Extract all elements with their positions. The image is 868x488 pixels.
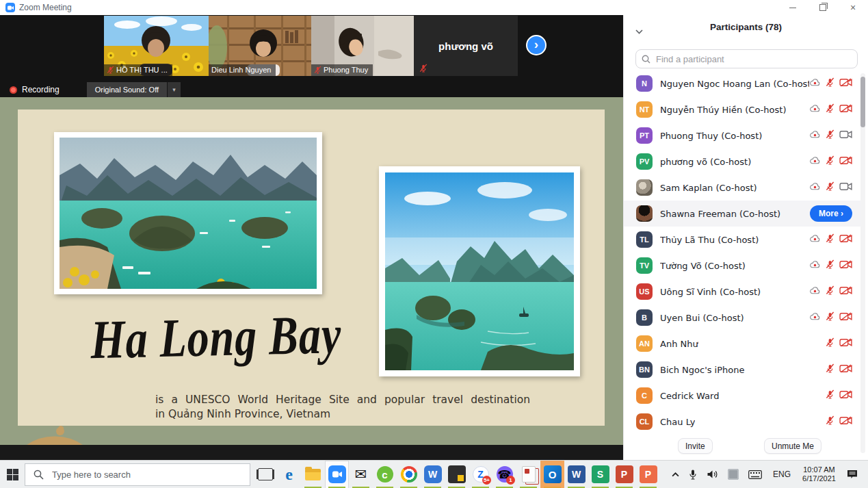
camera-off-icon [839, 155, 852, 168]
participant-row[interactable]: N Nguyen Ngoc Hoang Lan (Co-host) [624, 70, 860, 97]
camera-on-icon [839, 129, 852, 142]
video-tile-ho-thi-thu[interactable]: HỒ THỊ THU ... [104, 16, 209, 76]
minimize-button[interactable] [778, 0, 808, 15]
avatar: BN [636, 361, 653, 378]
mic-muted-icon [107, 66, 114, 74]
presentation-slide: Ha Long Bay is a UNESCO World Heritage S… [18, 110, 605, 426]
participant-row[interactable]: TL Thủy Lã Thu (Co-host) [624, 227, 860, 253]
video-tile-phuong-vo[interactable]: phương võ [414, 16, 518, 76]
language-indicator[interactable]: ENG [767, 470, 797, 479]
edge-taskbar-icon[interactable]: e [277, 461, 301, 488]
avatar: C [636, 387, 653, 404]
avatar: US [636, 283, 653, 300]
tray-speaker-icon[interactable] [702, 461, 723, 488]
invite-button[interactable]: Invite [678, 438, 713, 454]
participant-name: Bich Ngoc's iPhone [660, 365, 745, 375]
camera-off-icon [839, 363, 852, 376]
cloud-recording-icon [809, 155, 821, 168]
participant-search-box[interactable] [635, 49, 858, 68]
outlook-taskbar-icon[interactable]: O [540, 461, 564, 488]
participant-name: phương võ (Co-host) [660, 157, 751, 167]
camera-off-icon [839, 337, 852, 350]
mic-muted-icon [826, 337, 834, 350]
participant-name: Thủy Lã Thu (Co-host) [660, 235, 759, 245]
zoom-taskbar-icon[interactable] [325, 461, 349, 488]
participant-search-input[interactable] [655, 53, 852, 65]
coccoc-taskbar-icon[interactable]: c [373, 461, 397, 488]
camera-off-icon [839, 259, 852, 272]
viber-taskbar-icon[interactable]: ☎1 [492, 461, 516, 488]
restore-button[interactable] [808, 0, 838, 15]
avatar: N [636, 75, 653, 92]
participant-status-icons [809, 129, 852, 142]
participant-row[interactable]: CL Chau Ly [624, 409, 860, 435]
participant-row[interactable]: Sam Kaplan (Co-host) [624, 175, 860, 201]
next-videos-button[interactable]: › [526, 35, 547, 55]
cloud-recording-icon [809, 285, 821, 298]
pred-taskbar-icon[interactable]: P [636, 461, 660, 488]
tray-microphone-icon[interactable] [684, 461, 702, 488]
scrollbar-track[interactable] [860, 73, 865, 453]
taskview-taskbar-icon[interactable] [253, 461, 277, 488]
participant-row[interactable]: BN Bich Ngoc's iPhone [624, 357, 860, 383]
cloud-recording-icon [809, 233, 821, 246]
action-center-icon[interactable] [841, 461, 863, 488]
participant-row[interactable]: B Uyen Bui (Co-host) [624, 305, 860, 331]
participant-row[interactable]: Shawna Freeman (Co-host) More › [624, 201, 860, 227]
more-button[interactable]: More › [810, 205, 852, 222]
taskbar-search-input[interactable] [51, 469, 218, 480]
participant-row[interactable]: PT Phuong Thuy (Co-host) [624, 123, 860, 149]
camera-off-icon [839, 103, 852, 116]
participant-row[interactable]: PV phương võ (Co-host) [624, 149, 860, 175]
cloud-recording-icon [809, 311, 821, 324]
w-blue-taskbar-icon[interactable]: W [421, 461, 445, 488]
taskbar-search-box[interactable] [25, 463, 250, 486]
tray-chevron-up-icon[interactable] [667, 461, 684, 488]
explorer-taskbar-icon[interactable] [301, 461, 325, 488]
participant-status-icons [809, 103, 852, 116]
unikey-icon[interactable] [723, 461, 744, 488]
touch-keyboard-icon[interactable] [744, 461, 767, 488]
video-tile-dieu-linh-nguyen[interactable]: Dieu Linh Nguyen [209, 16, 311, 76]
camera-on-icon [839, 181, 852, 194]
mic-muted-icon [826, 259, 834, 272]
original-sound-caret[interactable]: ▾ [168, 82, 181, 97]
unmute-me-button[interactable]: Unmute Me [764, 438, 821, 454]
participant-row[interactable]: NT Nguyễn Thúy Hiền (Co-host) [624, 97, 860, 123]
window-title: Zoom Meeting [19, 3, 72, 12]
system-tray: ENG 10:07 AM 6/17/2021 [667, 461, 863, 488]
participant-name: Cedrick Ward [660, 391, 719, 401]
participant-row[interactable]: AN Anh Như [624, 331, 860, 357]
sgreen-taskbar-icon[interactable]: S [588, 461, 612, 488]
powerpoint-taskbar-icon[interactable]: P [612, 461, 636, 488]
participant-status-icons [826, 389, 852, 402]
word-taskbar-icon[interactable]: W [564, 461, 588, 488]
cards-taskbar-icon[interactable] [516, 461, 540, 488]
participants-footer: Invite Unmute Me [624, 438, 868, 456]
halong-bay-photo-2 [379, 166, 580, 376]
window-titlebar: Zoom Meeting × [0, 0, 868, 15]
participant-row[interactable]: US Uông Sĩ Vinh (Co-host) [624, 279, 860, 305]
taskbar-clock[interactable]: 10:07 AM 6/17/2021 [797, 465, 841, 483]
original-sound-button[interactable]: Original Sound: Off [87, 82, 167, 97]
video-name-label: Phuong Thuy [311, 64, 373, 76]
video-tile-phuong-thuy[interactable]: Phuong Thuy [311, 16, 414, 76]
meeting-bottom-bar [0, 445, 623, 460]
zalo-taskbar-icon[interactable]: Z5+ [469, 461, 492, 488]
mic-muted-icon [826, 155, 834, 168]
cloud-recording-icon [809, 181, 821, 194]
chrome-taskbar-icon[interactable] [397, 461, 421, 488]
shared-screen: Ha Long Bay is a UNESCO World Heritage S… [0, 97, 623, 445]
dark-taskbar-icon[interactable] [445, 461, 469, 488]
mail-taskbar-icon[interactable]: ✉ [349, 461, 373, 488]
participant-name: Shawna Freeman (Co-host) [660, 209, 780, 219]
participant-status-icons [809, 233, 852, 246]
start-button[interactable] [0, 461, 25, 488]
scrollbar-thumb[interactable] [860, 77, 865, 127]
close-button[interactable]: × [838, 0, 868, 15]
compass-graphic [0, 411, 127, 445]
windows-logo-icon [7, 469, 18, 480]
participant-name: Uông Sĩ Vinh (Co-host) [660, 287, 761, 297]
participant-row[interactable]: TV Tường Võ (Co-host) [624, 253, 860, 279]
participant-row[interactable]: C Cedrick Ward [624, 383, 860, 409]
